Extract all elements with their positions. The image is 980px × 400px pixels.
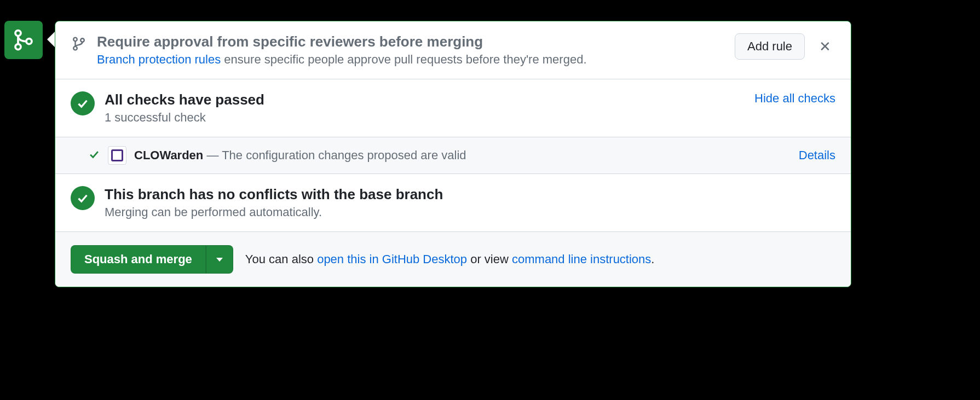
merge-status-badge	[4, 21, 43, 59]
merge-options-dropdown[interactable]	[206, 245, 233, 274]
open-desktop-link[interactable]: open this in GitHub Desktop	[317, 252, 467, 266]
panel-pointer	[47, 32, 55, 47]
footer-prefix: You can also	[245, 252, 317, 266]
squash-merge-button[interactable]: Squash and merge	[71, 245, 206, 274]
svg-point-4	[73, 47, 77, 50]
check-circle-icon	[71, 91, 95, 115]
rule-desc-tail: ensure specific people approve pull requ…	[221, 53, 586, 66]
check-item-row: CLOWarden — The configuration changes pr…	[55, 137, 851, 174]
close-icon[interactable]: ✕	[815, 36, 835, 57]
checks-section: All checks have passed 1 successful chec…	[55, 79, 851, 137]
merge-button-group: Squash and merge	[71, 245, 233, 274]
rule-description: Branch protection rules ensure specific …	[97, 53, 725, 67]
merge-panel: Require approval from specific reviewers…	[55, 21, 851, 287]
git-branch-icon	[71, 36, 87, 52]
conflicts-subtitle: Merging can be performed automatically.	[105, 205, 835, 219]
caret-down-icon	[216, 258, 223, 262]
rule-banner: Require approval from specific reviewers…	[55, 21, 851, 79]
rule-title: Require approval from specific reviewers…	[97, 33, 725, 50]
svg-point-1	[15, 44, 21, 50]
conflicts-section: This branch has no conflicts with the ba…	[55, 174, 851, 232]
checks-title: All checks have passed	[105, 91, 745, 108]
cli-instructions-link[interactable]: command line instructions	[512, 252, 651, 266]
check-name: CLOWarden	[134, 148, 203, 162]
check-sep: —	[203, 148, 222, 162]
svg-point-3	[73, 38, 77, 42]
check-circle-icon	[71, 186, 95, 210]
hide-checks-link[interactable]: Hide all checks	[754, 91, 835, 106]
checks-subtitle: 1 successful check	[105, 111, 745, 125]
svg-point-5	[80, 38, 84, 42]
footer-help-text: You can also open this in GitHub Desktop…	[245, 252, 655, 266]
add-rule-button[interactable]: Add rule	[735, 33, 805, 60]
check-desc: The configuration changes proposed are v…	[222, 148, 466, 162]
check-icon	[88, 148, 100, 163]
branch-protection-link[interactable]: Branch protection rules	[97, 53, 221, 66]
git-merge-icon	[13, 29, 34, 51]
conflicts-title: This branch has no conflicts with the ba…	[105, 186, 835, 203]
check-details-link[interactable]: Details	[799, 148, 835, 163]
check-app-avatar	[108, 146, 126, 165]
svg-point-2	[26, 39, 32, 44]
merge-footer: Squash and merge You can also open this …	[55, 232, 851, 287]
footer-mid: or view	[467, 252, 512, 266]
check-text: CLOWarden — The configuration changes pr…	[134, 148, 791, 163]
svg-point-0	[15, 31, 21, 36]
footer-suffix: .	[651, 252, 654, 266]
